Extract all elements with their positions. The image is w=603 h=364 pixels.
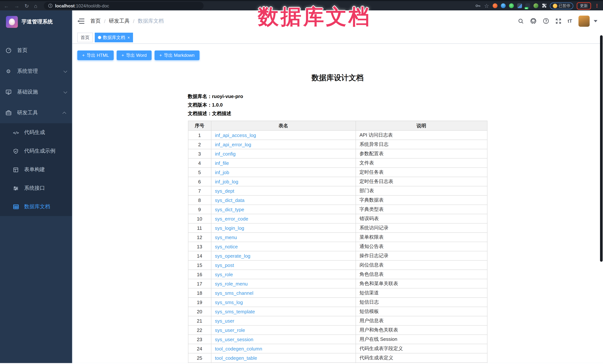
caret-down-icon[interactable] — [594, 20, 597, 22]
table-row: 21 sys_user 用户信息表 — [188, 316, 487, 325]
table-link[interactable]: sys_error_code — [215, 216, 248, 221]
extension-icon[interactable] — [509, 3, 514, 8]
row-description: 操作日志记录 — [356, 251, 487, 260]
extension-icon[interactable] — [501, 3, 505, 8]
row-description: API 访问日志表 — [356, 131, 487, 140]
row-description: 角色信息表 — [356, 270, 487, 279]
row-number: 25 — [188, 353, 211, 363]
row-number: 1 — [188, 131, 211, 140]
table-row: 5 inf_job 定时任务表 — [188, 168, 487, 177]
sidebar-item-form-builder[interactable]: 表单构建 — [0, 160, 72, 179]
row-number: 13 — [188, 242, 211, 251]
paused-badge[interactable]: 已暂停 — [550, 2, 573, 9]
table-link[interactable]: sys_user_session — [215, 337, 253, 342]
doc-version-label: 文档版本： — [188, 102, 212, 108]
monitor-icon — [5, 89, 12, 95]
key-icon[interactable] — [475, 3, 481, 9]
sidebar-item-codegen-demo[interactable]: 代码生成示例 — [0, 142, 72, 160]
table-link[interactable]: sys_dict_type — [215, 207, 244, 212]
forward-icon[interactable]: → — [14, 3, 19, 8]
plus-icon: + — [121, 53, 124, 58]
home-icon[interactable]: ⌂ — [34, 3, 37, 8]
breadcrumb-home[interactable]: 首页 — [90, 18, 101, 24]
row-description: 文件表 — [356, 158, 487, 168]
collapse-sidebar-icon[interactable] — [78, 18, 84, 23]
table-link[interactable]: sys_sms_channel — [215, 290, 253, 296]
extension-icon[interactable]: on — [525, 3, 530, 8]
export-markdown-button[interactable]: +导出 Markdown — [155, 51, 199, 60]
export-word-button[interactable]: +导出 Word — [117, 51, 151, 60]
update-button[interactable]: 更新 — [577, 2, 591, 10]
logo-image — [6, 16, 18, 28]
table-link[interactable]: sys_menu — [215, 234, 237, 240]
table-link[interactable]: sys_notice — [215, 244, 238, 249]
bookmark-star-icon[interactable]: ☆ — [484, 3, 489, 9]
extension-icon[interactable] — [492, 3, 497, 8]
github-icon[interactable] — [530, 18, 536, 24]
search-icon[interactable] — [518, 18, 524, 24]
emoji-icon — [553, 3, 557, 8]
extension-icon[interactable] — [533, 3, 538, 8]
breadcrumb-devtools[interactable]: 研发工具 — [109, 18, 130, 24]
sidebar-item-home[interactable]: 首页 — [0, 40, 72, 61]
table-link[interactable]: inf_job — [215, 169, 229, 175]
row-description: 错误码表 — [356, 214, 487, 223]
tab-home[interactable]: 首页 — [77, 33, 93, 42]
db-document: 数据库设计文档 数据库名：ruoyi-vue-pro 文档版本：1.0.0 文档… — [188, 73, 487, 363]
table-link[interactable]: inf_api_error_log — [215, 142, 251, 147]
app-logo[interactable]: 芋道管理系统 — [0, 11, 72, 33]
table-link[interactable]: sys_user_role — [215, 327, 245, 333]
table-link[interactable]: sys_dept — [215, 188, 234, 194]
back-icon[interactable]: ← — [4, 3, 9, 8]
row-number: 24 — [188, 344, 211, 353]
table-header-row: 序号 表名 说明 — [188, 121, 487, 131]
info-icon[interactable]: i — [48, 4, 52, 8]
fullscreen-icon[interactable] — [555, 18, 561, 24]
table-row: 25 tool_codegen_table 代码生成表定义 — [188, 353, 487, 363]
row-number: 9 — [188, 205, 211, 214]
table-link[interactable]: inf_config — [215, 151, 236, 156]
close-icon[interactable]: × — [128, 35, 130, 40]
row-description: 定时任务日志表 — [356, 177, 487, 186]
sidebar-item-system[interactable]: ⚙ 系统管理 — [0, 61, 72, 82]
table-link[interactable]: sys_role — [215, 272, 233, 277]
address-bar[interactable]: i localhost:1024/tool/db-doc — [44, 2, 204, 10]
row-description: 系统访问记录 — [356, 223, 487, 232]
toolbox-icon — [5, 110, 12, 116]
reload-icon[interactable]: ↻ — [24, 3, 29, 8]
table-link[interactable]: inf_api_access_log — [215, 132, 256, 138]
sidebar-item-infra[interactable]: 基础设施 — [0, 82, 72, 102]
tab-db-doc[interactable]: 数据库文档 × — [95, 33, 133, 42]
table-link[interactable]: sys_dict_data — [215, 197, 244, 203]
kebab-menu-icon[interactable]: ⋮ — [594, 3, 599, 9]
table-link[interactable]: sys_sms_log — [215, 299, 243, 305]
table-row: 12 sys_menu 菜单权限表 — [188, 232, 487, 242]
table-link[interactable]: sys_sms_template — [215, 309, 255, 314]
table-link[interactable]: inf_file — [215, 160, 229, 166]
table-link[interactable]: sys_operate_log — [215, 253, 250, 259]
sidebar-item-db-doc[interactable]: 数据库文档 — [0, 198, 72, 216]
tables-index-table: 序号 表名 说明 1 inf_api_access_log API 访问日志表 … — [188, 121, 487, 363]
table-link[interactable]: sys_post — [215, 262, 234, 268]
extensions-puzzle-icon[interactable] — [542, 3, 546, 8]
table-link[interactable]: sys_user — [215, 318, 234, 323]
sidebar-item-codegen[interactable]: </> 代码生成 — [0, 123, 72, 142]
table-link[interactable]: sys_role_menu — [215, 281, 248, 287]
table-row: 17 sys_role_menu 角色和菜单关联表 — [188, 279, 487, 288]
scrollbar-thumb[interactable] — [600, 35, 603, 262]
table-link[interactable]: tool_codegen_column — [215, 346, 262, 351]
table-link[interactable]: inf_job_log — [215, 179, 238, 184]
plus-icon: + — [82, 53, 85, 58]
avatar[interactable] — [579, 15, 590, 27]
export-html-button[interactable]: +导出 HTML — [77, 51, 114, 60]
sidebar-item-devtools[interactable]: 研发工具 — [0, 102, 72, 123]
row-number: 6 — [188, 177, 211, 186]
help-icon[interactable] — [543, 18, 549, 24]
font-size-icon[interactable]: tT — [568, 18, 572, 24]
url-text: localhost:1024/tool/db-doc — [55, 3, 109, 8]
table-link[interactable]: sys_login_log — [215, 225, 244, 231]
extension-icon[interactable] — [517, 3, 522, 8]
table-link[interactable]: tool_codegen_table — [215, 355, 257, 361]
row-number: 26 — [188, 363, 211, 363]
sidebar-item-api[interactable]: 系统接口 — [0, 179, 72, 198]
